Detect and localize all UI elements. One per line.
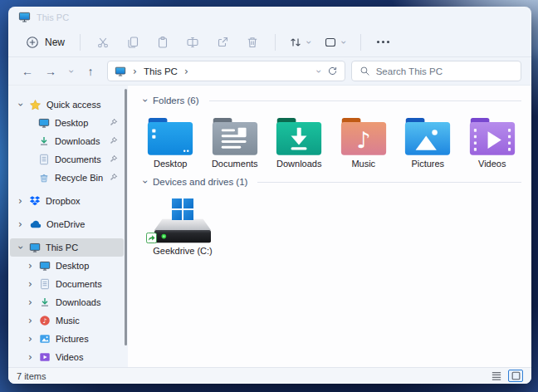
- sidebar-item-this-pc[interactable]: › This PC: [10, 238, 124, 257]
- sidebar-item-documents-pinned[interactable]: Documents: [8, 150, 128, 169]
- svg-text:♪: ♪: [42, 317, 46, 325]
- sidebar-item-label: This PC: [46, 243, 78, 252]
- rename-button[interactable]: [186, 36, 199, 49]
- paste-button[interactable]: [156, 36, 169, 49]
- recent-locations-chevron[interactable]: ›: [63, 61, 78, 81]
- chevron-right-icon[interactable]: ›: [27, 353, 34, 361]
- address-dropdown-chevron[interactable]: ›: [314, 67, 322, 75]
- sidebar-item-desktop[interactable]: › Desktop: [8, 257, 128, 275]
- windows-logo-icon: [172, 198, 193, 220]
- breadcrumb-location[interactable]: This PC: [144, 66, 178, 76]
- content-pane: › Folders (6) Desktop: [128, 86, 531, 367]
- chevron-right-icon[interactable]: ›: [27, 335, 34, 343]
- chevron-right-icon[interactable]: ›: [27, 298, 34, 306]
- sidebar-item-downloads[interactable]: › Downloads: [8, 293, 128, 311]
- chevron-right-icon[interactable]: ›: [17, 220, 24, 228]
- sidebar-item-recycle-bin[interactable]: Recycle Bin: [8, 169, 128, 187]
- search-input[interactable]: [376, 66, 513, 76]
- sidebar-item-pictures[interactable]: › Pictures: [8, 330, 128, 348]
- chevron-right-icon[interactable]: ›: [27, 280, 34, 288]
- cut-button[interactable]: [96, 36, 110, 49]
- hard-drive-icon: [154, 217, 211, 245]
- up-icon[interactable]: ↑: [80, 61, 101, 81]
- folder-tile-desktop[interactable]: Desktop: [141, 115, 200, 169]
- forward-icon[interactable]: →: [40, 61, 61, 81]
- new-button-label: New: [45, 37, 65, 48]
- pictures-icon: [39, 333, 51, 345]
- desktop-folder-icon: [146, 117, 194, 156]
- pin-icon[interactable]: [109, 173, 118, 182]
- chevron-right-icon[interactable]: ›: [27, 262, 34, 270]
- pin-icon[interactable]: [109, 118, 118, 127]
- sidebar-item-label: Downloads: [55, 136, 100, 146]
- chevron-right-icon[interactable]: ›: [17, 197, 24, 205]
- folder-tile-pictures[interactable]: Pictures: [399, 115, 457, 169]
- chevron-down-icon[interactable]: ›: [141, 97, 149, 105]
- copy-button[interactable]: [126, 36, 139, 49]
- downloads-folder-icon: [275, 117, 323, 156]
- large-icons-view-icon[interactable]: [508, 370, 523, 382]
- sidebar-item-quick-access[interactable]: › Quick access: [8, 96, 128, 114]
- folder-tile-videos[interactable]: Videos: [463, 115, 522, 169]
- sidebar-item-dropbox[interactable]: › Dropbox: [8, 192, 128, 210]
- delete-button[interactable]: [246, 36, 259, 49]
- share-button[interactable]: [216, 36, 229, 49]
- sidebar-item-label: OneDrive: [46, 219, 85, 229]
- sidebar-item-desktop-pinned[interactable]: Desktop: [8, 114, 128, 132]
- section-header-devices[interactable]: › Devices and drives (1): [141, 174, 521, 190]
- onedrive-icon: [29, 218, 42, 231]
- recycle-bin-icon: [38, 172, 50, 184]
- drive-tile-geekdrive[interactable]: Geekdrive (C:): [141, 198, 224, 256]
- sidebar-item-videos[interactable]: › Videos: [8, 348, 128, 366]
- sidebar-item-label: Downloads: [56, 297, 100, 307]
- folder-label: Pictures: [411, 159, 444, 169]
- sidebar-item-documents[interactable]: › Documents: [8, 275, 128, 293]
- delete-icon: [246, 36, 259, 49]
- toolbar-separator: [275, 34, 276, 51]
- sidebar-item-label: Quick access: [46, 100, 100, 110]
- folder-label: Music: [351, 159, 375, 169]
- command-toolbar: New: [8, 27, 531, 57]
- svg-text:♪: ♪: [356, 127, 370, 153]
- sidebar-scrollbar[interactable]: [125, 89, 127, 345]
- search-box[interactable]: [351, 61, 521, 81]
- dropbox-icon: [29, 195, 41, 207]
- section-title: Folders (6): [153, 96, 199, 105]
- folder-tile-documents[interactable]: Documents: [206, 115, 265, 169]
- sidebar-item-onedrive[interactable]: › OneDrive: [8, 215, 128, 233]
- folder-label: Downloads: [276, 159, 321, 169]
- address-bar[interactable]: › This PC › ›: [107, 61, 345, 81]
- breadcrumb-chevron[interactable]: ›: [183, 67, 190, 76]
- view-button[interactable]: ›: [324, 36, 347, 49]
- chevron-down-icon[interactable]: ›: [17, 101, 25, 109]
- sidebar-item-music[interactable]: › ♪ Music: [8, 311, 128, 330]
- title-bar[interactable]: This PC: [8, 7, 531, 27]
- new-button[interactable]: New: [18, 32, 72, 53]
- monitor-icon: [39, 260, 51, 272]
- sort-button[interactable]: ›: [289, 36, 312, 49]
- navigation-pane: › Quick access Desktop: [8, 86, 128, 367]
- folder-tile-downloads[interactable]: Downloads: [270, 115, 329, 169]
- folder-tile-music[interactable]: ♪ Music: [335, 115, 394, 169]
- pin-icon[interactable]: [109, 136, 118, 145]
- sort-icon: [289, 36, 302, 49]
- music-folder-icon: ♪: [340, 117, 388, 156]
- chevron-down-icon: ›: [305, 38, 313, 46]
- chevron-right-icon[interactable]: ›: [27, 316, 34, 325]
- details-view-icon[interactable]: [489, 370, 504, 382]
- monitor-icon: [18, 11, 31, 23]
- refresh-icon[interactable]: [327, 66, 338, 76]
- pictures-folder-icon: [404, 117, 452, 156]
- chevron-down-icon[interactable]: ›: [141, 179, 149, 186]
- section-header-folders[interactable]: › Folders (6): [141, 92, 521, 109]
- chevron-down-icon[interactable]: ›: [17, 244, 25, 252]
- monitor-icon: [115, 66, 126, 77]
- section-divider: [257, 182, 521, 183]
- pin-icon[interactable]: [109, 154, 118, 164]
- videos-icon: [39, 351, 51, 363]
- sidebar-item-downloads-pinned[interactable]: Downloads: [8, 132, 128, 150]
- toolbar-separator: [80, 34, 81, 51]
- back-icon[interactable]: ←: [17, 61, 38, 81]
- download-icon: [39, 296, 51, 308]
- more-options-icon[interactable]: [377, 41, 389, 43]
